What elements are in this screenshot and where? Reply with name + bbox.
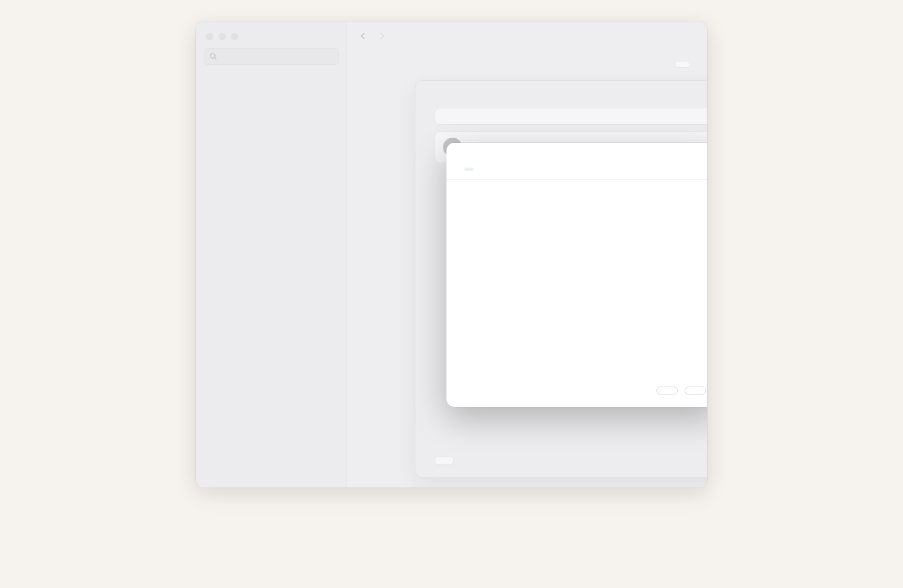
cancel-button[interactable]	[656, 387, 678, 394]
add-button[interactable]	[685, 387, 706, 394]
suggested-header	[446, 179, 707, 193]
zoom-window-button[interactable]	[231, 33, 238, 40]
minimize-window-button[interactable]	[218, 33, 226, 40]
group-name-row[interactable]	[435, 108, 707, 125]
close-window-button[interactable]	[206, 33, 213, 40]
search-icon	[209, 52, 221, 61]
back-button[interactable]	[358, 32, 367, 41]
to-field[interactable]	[446, 164, 707, 179]
delete-group-button[interactable]	[435, 456, 454, 465]
add-people-modal	[446, 143, 707, 407]
sidebar	[196, 21, 347, 488]
modal-title	[446, 143, 707, 164]
contact-token[interactable]	[464, 168, 474, 171]
toolbar	[347, 21, 707, 51]
nav-buttons	[358, 32, 387, 41]
search-input[interactable]	[221, 52, 334, 61]
search-box[interactable]	[204, 48, 339, 65]
settings-window: O	[196, 21, 707, 488]
svg-line-1	[214, 58, 216, 59]
forward-button[interactable]	[378, 32, 387, 41]
manage-button[interactable]	[674, 61, 690, 68]
svg-point-0	[211, 54, 215, 58]
sidebar-list	[196, 68, 347, 488]
window-controls	[196, 26, 347, 43]
